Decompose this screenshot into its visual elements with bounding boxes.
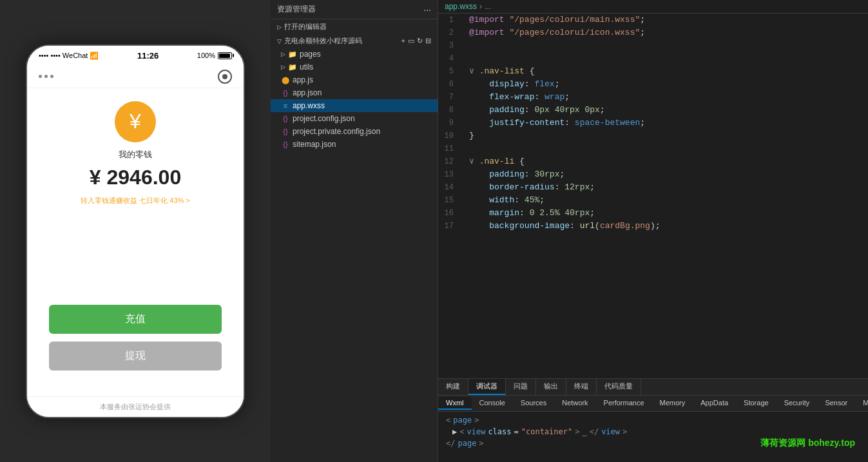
projectprivate-icon: {}	[281, 127, 290, 136]
code-editor: 1 @import "/pages/colorui/main.wxss"; 2 …	[438, 14, 868, 378]
wallet-link[interactable]: 转入零钱通赚收益 七日年化 43% >	[81, 196, 190, 206]
phone-record-btn[interactable]	[218, 70, 232, 84]
code-line-14: 14 border-radius: 12rpx;	[438, 181, 868, 194]
debug-tabs: 构建 调试器 问题 输出 终端 代码质量	[438, 379, 868, 396]
projectconfig-icon: {}	[281, 114, 290, 123]
line-num-11: 11	[438, 142, 464, 155]
phone-nav-dots	[39, 75, 53, 78]
project-actions: + ▭ ↻ ⊟	[401, 37, 431, 45]
file-tree-appwxss[interactable]: ≡ app.wxss	[271, 99, 438, 112]
debug-sub-performance[interactable]: Performance	[596, 397, 652, 410]
project-section[interactable]: ▽ 充电余额特效小程序源码 + ▭ ↻ ⊟	[271, 34, 438, 48]
debug-sub-mock[interactable]: Mock	[855, 397, 868, 410]
file-tree-sitemap[interactable]: {} sitemap.json	[271, 138, 438, 151]
tag-angle-open-2: <	[459, 426, 464, 438]
tag-name-page-close: page	[458, 438, 476, 449]
debug-content: <page> ▶ <view class="container" >_</vie…	[438, 412, 868, 462]
phone-dot-1	[39, 75, 42, 78]
phone-dot-3	[50, 75, 53, 78]
file-tree-appjson[interactable]: {} app.json	[271, 86, 438, 99]
line-content-13: padding: 30rpx;	[464, 168, 868, 181]
code-line-1: 1 @import "/pages/colorui/main.wxss";	[438, 14, 868, 26]
debug-tab-issues[interactable]: 问题	[506, 379, 536, 395]
utils-label: utils	[300, 63, 313, 72]
tag-angle-open-3: </	[446, 438, 455, 449]
file-panel-menu[interactable]: ···	[423, 5, 431, 15]
pages-label: pages	[300, 50, 321, 59]
project-chevron: ▽	[277, 38, 282, 44]
line-num-10: 10	[438, 130, 464, 142]
debug-sub-memory[interactable]: Memory	[652, 397, 693, 410]
expand-arrow-view[interactable]: ▶	[452, 426, 457, 438]
tag-angle-close-view: </	[590, 426, 599, 438]
line-content-10: }	[464, 130, 868, 142]
withdraw-button[interactable]: 提现	[49, 342, 222, 371]
projectprivate-label: project.private.config.json	[293, 127, 380, 136]
debug-tab-output[interactable]: 输出	[536, 379, 566, 395]
line-num-3: 3	[438, 39, 464, 52]
debug-sub-sensor[interactable]: Sensor	[817, 397, 855, 410]
phone-frame: •••• •••• WeChat 📶 11:26 100%	[26, 44, 245, 418]
debug-tab-build[interactable]: 构建	[438, 379, 468, 395]
line-content-9: justify-content: space-between;	[464, 117, 868, 130]
debug-sub-appdata[interactable]: AppData	[693, 397, 736, 410]
debug-sub-wxml[interactable]: Wxml	[438, 397, 472, 410]
debug-sub-security[interactable]: Security	[776, 397, 818, 410]
phone-status-left: •••• •••• WeChat 📶	[39, 52, 99, 60]
line-content-12: ∨ .nav-li {	[464, 155, 868, 168]
file-tree-appjs[interactable]: ⬤ app.js	[271, 73, 438, 86]
code-line-9: 9 justify-content: space-between;	[438, 117, 868, 130]
collapse-icon[interactable]: ⊟	[425, 37, 431, 45]
file-tree-utils[interactable]: ▷ 📁 utils	[271, 61, 438, 73]
debug-tab-terminal[interactable]: 终端	[566, 379, 597, 395]
debug-tab-debugger[interactable]: 调试器	[468, 379, 506, 395]
text-node: _	[582, 426, 586, 438]
tag-angle-close-2: >	[575, 426, 579, 438]
new-folder-icon[interactable]: ▭	[408, 37, 414, 45]
sitemap-icon: {}	[281, 140, 290, 149]
refresh-icon[interactable]: ↻	[417, 37, 423, 45]
file-tree-projectprivate[interactable]: {} project.private.config.json	[271, 125, 438, 138]
pages-folder-icon: 📁	[288, 50, 297, 59]
tag-gt-view: >	[622, 426, 627, 438]
line-num-12: 12	[438, 155, 464, 168]
file-tree-pages[interactable]: ▷ 📁 pages	[271, 48, 438, 61]
debug-tab-codequality[interactable]: 代码质量	[597, 379, 641, 395]
file-panel-title: 资源管理器	[277, 4, 316, 15]
utils-folder-icon: 📁	[288, 63, 297, 72]
line-num-2: 2	[438, 26, 464, 39]
open-editors-label: 打开的编辑器	[284, 22, 327, 32]
phone-record-inner	[222, 74, 227, 79]
tag-angle-close-1: >	[474, 414, 479, 426]
phone-status-bar: •••• •••• WeChat 📶 11:26 100%	[27, 46, 244, 66]
attr-eq: =	[514, 426, 519, 438]
wechat-label: •••• WeChat	[50, 52, 88, 59]
phone-footer: 本服务由张运协会提供	[27, 396, 244, 417]
code-line-12: 12 ∨ .nav-li {	[438, 155, 868, 168]
debug-sub-console[interactable]: Console	[472, 397, 513, 410]
phone-status-right: 100%	[197, 52, 232, 59]
line-num-14: 14	[438, 181, 464, 194]
code-editor-area: app.wxss › ... 1 @import "/pages/colorui…	[438, 0, 868, 378]
debug-sub-storage[interactable]: Storage	[736, 397, 776, 410]
code-breadcrumb: app.wxss › ...	[438, 0, 868, 14]
battery-icon	[218, 52, 232, 59]
code-line-7: 7 flex-wrap: wrap;	[438, 91, 868, 104]
new-file-icon[interactable]: +	[401, 37, 405, 45]
battery-label: 100%	[197, 52, 215, 59]
phone-nav-bar	[27, 66, 244, 88]
open-editors-section[interactable]: ▷ 打开的编辑器	[271, 19, 438, 34]
debug-sub-sources[interactable]: Sources	[513, 397, 554, 410]
battery-fill	[219, 53, 230, 58]
debug-sub-network[interactable]: Network	[554, 397, 595, 410]
line-content-14: border-radius: 12rpx;	[464, 181, 868, 194]
utils-chevron: ▷	[281, 64, 285, 70]
wallet-amount: ¥ 2946.00	[90, 166, 181, 189]
line-num-1: 1	[438, 14, 464, 26]
charge-button[interactable]: 充值	[49, 305, 222, 334]
open-editors-chevron: ▷	[277, 24, 282, 30]
watermark: 薄荷资源网 bohezy.top	[760, 438, 855, 449]
file-explorer-panel: 资源管理器 ··· ▷ 打开的编辑器 ▽ 充电余额特效小程序源码 + ▭ ↻ ⊟…	[271, 0, 438, 462]
file-tree-projectconfig[interactable]: {} project.config.json	[271, 112, 438, 125]
code-line-13: 13 padding: 30rpx;	[438, 168, 868, 181]
